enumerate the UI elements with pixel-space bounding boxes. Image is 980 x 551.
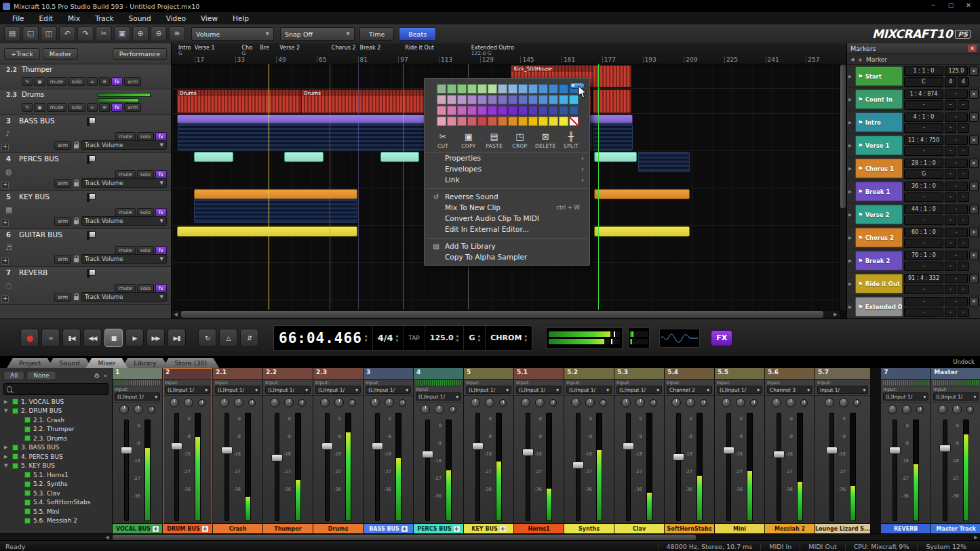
- delete-marker-icon[interactable]: ✕: [969, 89, 979, 99]
- marker-row[interactable]: ▶ ⚑ Extended Outro - - ✕ - -: [847, 295, 980, 319]
- marker-key[interactable]: -: [904, 192, 943, 202]
- bottom-tab[interactable]: Project: [7, 358, 54, 368]
- pan-knob[interactable]: [686, 398, 695, 407]
- marker-name[interactable]: ⚑ Count In: [855, 89, 903, 109]
- close-button[interactable]: ✕: [960, 1, 977, 12]
- marker-key[interactable]: -: [904, 100, 943, 110]
- marker-time[interactable]: 1 : 4 : 874: [904, 89, 943, 99]
- fader-handle[interactable]: [773, 451, 785, 458]
- marker-key[interactable]: -: [904, 262, 943, 271]
- audio-clip[interactable]: [194, 199, 357, 223]
- expand-track-button[interactable]: +: [1, 258, 9, 265]
- color-swatch[interactable]: [467, 84, 477, 94]
- send-knob[interactable]: [349, 399, 356, 407]
- waves-icon[interactable]: ≋: [99, 103, 110, 112]
- color-swatch[interactable]: [457, 106, 467, 115]
- play-from-marker-icon[interactable]: ▶: [848, 297, 854, 317]
- marker-meter-top[interactable]: -: [945, 262, 956, 271]
- tree-item[interactable]: ▶ 4. PERCS BUS: [0, 452, 112, 462]
- strip-name[interactable]: Master Track +: [931, 523, 980, 533]
- marker-meter-top[interactable]: -: [945, 239, 956, 248]
- tree-item[interactable]: 5.5. Mini: [0, 507, 112, 516]
- punch-in-out[interactable]: ⇵: [240, 329, 258, 347]
- pan-knob[interactable]: [435, 405, 444, 414]
- gear-icon[interactable]: ⚙: [94, 372, 100, 380]
- color-swatch[interactable]: [447, 84, 456, 94]
- clip-action-button[interactable]: ✂ CUT: [431, 131, 454, 149]
- strip-name[interactable]: Drums +: [313, 523, 363, 533]
- color-swatch[interactable]: [447, 117, 456, 126]
- strip-number[interactable]: Master: [931, 368, 980, 380]
- lock-icon[interactable]: [74, 220, 79, 224]
- track-search[interactable]: [3, 383, 109, 395]
- menu-item[interactable]: Track: [88, 14, 120, 23]
- pan-knob[interactable]: [385, 398, 394, 407]
- track-header[interactable]: 2.2 Thumper ✎ ◉ mute solo ≈ ≋ fx arm: [0, 64, 171, 89]
- go-to-end[interactable]: ▶▮: [168, 329, 186, 347]
- arrange-vscrollbar[interactable]: [839, 64, 846, 310]
- pencil-icon[interactable]: ✎: [22, 103, 33, 112]
- color-swatch[interactable]: [549, 106, 558, 115]
- mixer-strip[interactable]: 5.2 Input: (L)Input 1/ ▾: [564, 368, 614, 533]
- context-menu-item[interactable]: ↺ Reverse Sound: [425, 191, 589, 202]
- volume-fader[interactable]: [224, 413, 229, 521]
- audio-clip[interactable]: [194, 152, 233, 162]
- marker-meter-bottom[interactable]: 4: [958, 77, 969, 87]
- bottom-tab[interactable]: Mixer: [85, 358, 128, 368]
- strip-number[interactable]: 2: [163, 368, 212, 380]
- track-name[interactable]: BASS BUS: [19, 117, 55, 125]
- scrollbar-thumb[interactable]: [181, 311, 823, 318]
- mixer-strip[interactable]: 2.3 Input: (L)Input 1/ ▾: [313, 368, 363, 533]
- eq-knob[interactable]: [938, 405, 947, 414]
- delete-marker-icon[interactable]: ✕: [969, 66, 979, 76]
- strip-number[interactable]: 5.6: [765, 368, 815, 380]
- marker-meter-top[interactable]: -: [945, 285, 956, 294]
- play-from-marker-icon[interactable]: ▶: [848, 136, 854, 155]
- input-dropdown[interactable]: (L)Input 1/ ▾: [416, 392, 461, 401]
- input-dropdown[interactable]: (L)Input 1/ ▾: [883, 392, 928, 401]
- plus-icon[interactable]: +: [857, 56, 863, 63]
- marker-key[interactable]: -: [904, 239, 943, 248]
- marker-meter-top[interactable]: -: [945, 100, 956, 110]
- automation[interactable]: ≈: [41, 329, 60, 347]
- mixer-strip[interactable]: 5.7 Input: Input 1/ ▾: [815, 368, 870, 533]
- filter-none-button[interactable]: None: [26, 371, 56, 380]
- volume-fader[interactable]: [943, 420, 947, 521]
- tap-tempo-button[interactable]: TAP: [408, 335, 419, 342]
- marker-tempo[interactable]: -: [945, 228, 968, 237]
- save-icon[interactable]: ◫: [41, 26, 57, 41]
- color-swatch[interactable]: [437, 117, 446, 126]
- copy-icon[interactable]: ▣: [114, 26, 130, 41]
- marker-time[interactable]: 4 : 1 : 0: [904, 113, 943, 122]
- mixer-strip[interactable]: 4 Input: (L)Input 1/ ▾: [414, 368, 463, 533]
- pan-knob[interactable]: [535, 398, 545, 407]
- rewind[interactable]: ◀◀: [83, 329, 102, 347]
- pan-knob[interactable]: [485, 398, 494, 407]
- track-header[interactable]: + 6 GUITAR BUS ♬ mute solo fx arm: [0, 229, 171, 267]
- context-menu-item[interactable]: ▤ Add To Library: [425, 241, 589, 251]
- context-menu-item[interactable]: [426, 185, 588, 189]
- volume-fader[interactable]: [777, 413, 781, 521]
- input-dropdown[interactable]: Channel 2 ▾: [667, 386, 712, 394]
- clip-action-button[interactable]: ⊠ DELETE: [534, 131, 557, 149]
- marker-key[interactable]: -: [904, 146, 943, 156]
- pan-slider[interactable]: [88, 231, 90, 240]
- delete-marker-icon[interactable]: ✕: [969, 205, 979, 214]
- marker-name[interactable]: ⚑ Extended Outro: [855, 297, 903, 317]
- arm-button[interactable]: arm: [54, 217, 71, 226]
- strip-name[interactable]: Messiah 2 +: [765, 523, 815, 533]
- maximize-button[interactable]: ▢: [942, 1, 960, 12]
- eq-knob[interactable]: [420, 405, 430, 414]
- pan-knob[interactable]: [134, 405, 143, 414]
- track-name[interactable]: REVERB: [19, 268, 47, 277]
- color-swatch[interactable]: [549, 117, 558, 126]
- marker-meter-top[interactable]: -: [945, 216, 956, 225]
- marker-name[interactable]: ⚑ Chorus 2: [855, 228, 903, 247]
- beats-mode-button[interactable]: Beats: [399, 27, 436, 41]
- bottom-tab[interactable]: Library: [121, 358, 168, 368]
- new-project-icon[interactable]: ▤: [4, 26, 20, 41]
- send-knob[interactable]: [853, 399, 861, 407]
- color-swatch[interactable]: [528, 106, 538, 115]
- strip-name[interactable]: Clav +: [614, 523, 664, 533]
- input-dropdown[interactable]: (L)Input 1/ ▾: [215, 386, 260, 394]
